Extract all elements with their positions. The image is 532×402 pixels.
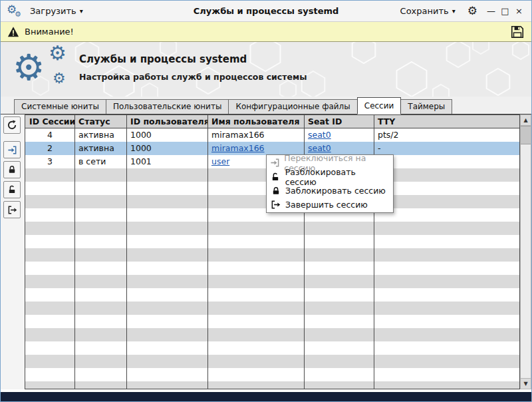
menu-item-label: Разблокировать сессию	[285, 167, 388, 187]
cell-user-id: 1001	[126, 155, 207, 168]
switch-session-button[interactable]	[3, 141, 21, 158]
sessions-table: ID Сессии Статус ID пользователя Имя пол…	[25, 114, 520, 389]
cell-tty	[374, 155, 519, 168]
menu-item-label: Завершить сессию	[285, 200, 368, 210]
table-row-selected[interactable]: 2 активна 1000 miramax166 seat0 -	[25, 142, 519, 155]
page-subtitle: Настройка работы служб и процессов систе…	[79, 72, 307, 82]
tab-system-units[interactable]: Системные юниты	[14, 99, 106, 114]
tab-user-units[interactable]: Пользовательские юниты	[106, 99, 229, 114]
systemd-gears-icon: ⚙ ⚙ ⚙	[13, 43, 82, 95]
load-button-label: Загрузить	[30, 6, 76, 16]
tab-sessions[interactable]: Сессии	[357, 97, 402, 114]
cell-user-name: miramax166	[207, 128, 304, 142]
menu-item-terminate-session[interactable]: Завершить сессию	[267, 198, 392, 212]
column-header-seat-id[interactable]: Seat ID	[304, 115, 374, 128]
switch-session-icon	[270, 158, 280, 168]
column-divider	[207, 115, 208, 389]
menu-item-unlock-session[interactable]: Разблокировать сессию	[267, 170, 392, 184]
save-button[interactable]: Сохранить ▾	[396, 3, 460, 19]
unlock-icon	[270, 172, 281, 182]
menu-item-lock-session[interactable]: Заблокировать сессию	[267, 184, 392, 198]
page-title: Службы и процессы systemd	[79, 53, 307, 65]
cell-user-id: 1000	[126, 142, 207, 155]
unlock-icon	[7, 185, 17, 194]
terminate-session-button[interactable]	[3, 201, 21, 218]
app-window: Службы и процессы systemd ⚙ ⚙ Загрузить …	[0, 0, 532, 402]
refresh-icon	[7, 120, 17, 130]
column-header-user-name[interactable]: Имя пользователя	[207, 115, 304, 128]
scroll-down-button[interactable]: ▼	[521, 378, 531, 389]
warning-triangle-icon	[7, 26, 19, 38]
column-header-tty[interactable]: TTY	[374, 115, 519, 128]
tab-config-files[interactable]: Конфигурационные файлы	[228, 99, 357, 114]
table-row[interactable]: 4 активна 1000 miramax166 seat0 pts/2	[25, 128, 519, 142]
warning-text: Внимание!	[25, 27, 74, 37]
save-report-icon[interactable]	[510, 25, 525, 39]
maximize-button[interactable]: □	[498, 6, 512, 16]
lock-icon	[7, 165, 17, 174]
unlock-session-button[interactable]	[3, 181, 21, 198]
vertical-scrollbar[interactable]: ▲ ▼	[520, 114, 531, 389]
column-divider	[126, 115, 127, 389]
warning-bar: Внимание!	[1, 22, 531, 42]
scrollbar-thumb[interactable]	[521, 126, 531, 144]
load-button[interactable]: Загрузить ▾	[26, 3, 87, 19]
chevron-down-icon: ▾	[80, 8, 83, 15]
table-header: ID Сессии Статус ID пользователя Имя пол…	[25, 115, 519, 128]
lock-session-button[interactable]	[3, 161, 21, 178]
tab-timers[interactable]: Таймеры	[400, 99, 452, 114]
cell-user-id: 1000	[126, 128, 207, 142]
seat-link[interactable]: seat0	[308, 130, 331, 140]
cell-session-id: 2	[25, 142, 74, 155]
app-gears-icon: ⚙ ⚙	[6, 3, 23, 19]
gear-icon-medium: ⚙	[49, 43, 66, 63]
column-header-status[interactable]: Статус	[74, 115, 126, 128]
switch-session-icon	[7, 145, 17, 155]
refresh-button[interactable]	[3, 116, 21, 134]
cell-tty: pts/2	[374, 128, 519, 142]
minimize-button[interactable]: —	[484, 6, 498, 16]
cell-seat-id: seat0	[304, 128, 374, 142]
seat-link[interactable]: seat0	[308, 143, 331, 153]
tab-bar: Системные юниты Пользовательские юниты К…	[1, 97, 531, 114]
close-button[interactable]: ×	[512, 6, 526, 16]
column-header-session-id[interactable]: ID Сессии	[25, 115, 74, 128]
settings-gear-icon[interactable]: ⚙	[467, 5, 477, 17]
cell-status: в сети	[74, 155, 126, 168]
cell-tty: -	[374, 142, 519, 155]
session-toolbar	[1, 114, 25, 389]
terminate-icon	[270, 200, 281, 210]
chevron-down-icon: ▾	[452, 8, 456, 15]
user-link[interactable]: miramax166	[211, 143, 265, 153]
gear-icon-large: ⚙	[13, 50, 45, 86]
cell-session-id: 4	[25, 128, 74, 142]
sessions-panel: ID Сессии Статус ID пользователя Имя пол…	[1, 114, 531, 392]
scroll-up-button[interactable]: ▲	[521, 115, 531, 126]
cell-status: активна	[74, 142, 126, 155]
column-divider	[74, 115, 75, 389]
cell-session-id: 3	[25, 155, 74, 168]
column-header-user-id[interactable]: ID пользователя	[126, 115, 207, 128]
user-link[interactable]: user	[211, 156, 229, 166]
session-context-menu: Переключиться на сессию Разблокировать с…	[266, 154, 394, 213]
bottom-bar	[1, 392, 531, 401]
titlebar: Службы и процессы systemd ⚙ ⚙ Загрузить …	[1, 1, 531, 22]
terminate-icon	[7, 205, 17, 215]
lock-icon	[270, 186, 281, 196]
gear-icon-small: ⚙	[15, 11, 21, 18]
page-header: ⚙ ⚙ ⚙ Службы и процессы systemd Настройк…	[1, 42, 531, 97]
save-button-label: Сохранить	[400, 6, 449, 16]
cell-status: активна	[74, 128, 126, 142]
gear-icon-small: ⚙	[53, 71, 66, 86]
menu-item-label: Заблокировать сессию	[285, 186, 386, 196]
